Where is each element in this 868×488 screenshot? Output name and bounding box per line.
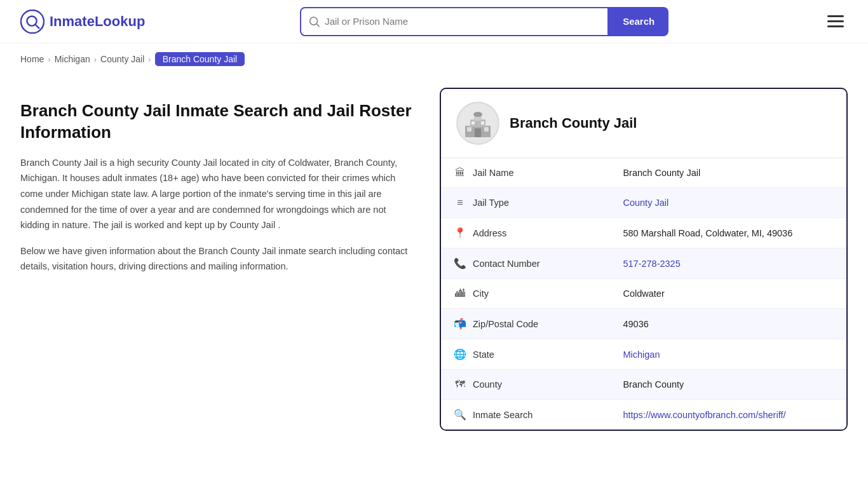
table-row: 🏙CityColdwater xyxy=(441,279,846,309)
row-label: Contact Number xyxy=(473,259,540,269)
row-icon: 📬 xyxy=(454,318,466,330)
menu-icon[interactable] xyxy=(824,11,848,31)
table-row: 📍Address580 Marshall Road, Coldwater, MI… xyxy=(441,218,846,248)
card-header: Branch County Jail xyxy=(441,89,846,158)
search-icon xyxy=(309,16,320,27)
logo-icon xyxy=(20,10,44,34)
row-label: City xyxy=(473,288,489,299)
table-row: 🗺CountyBranch County xyxy=(441,370,846,400)
breadcrumb-county-jail[interactable]: County Jail xyxy=(100,54,144,64)
jail-building-image xyxy=(458,103,498,144)
row-link[interactable]: Michigan xyxy=(623,349,660,360)
row-icon: 🏙 xyxy=(454,288,466,299)
page-description-2: Below we have given information about th… xyxy=(20,243,414,274)
breadcrumb-current: Branch County Jail xyxy=(155,52,245,66)
row-label: Address xyxy=(473,228,506,238)
svg-rect-13 xyxy=(471,121,475,125)
table-row: ≡Jail TypeCounty Jail xyxy=(441,188,846,218)
header: InmateLookup Search xyxy=(0,0,868,43)
breadcrumb-michigan[interactable]: Michigan xyxy=(55,54,90,64)
avatar xyxy=(456,102,499,145)
row-value: 49036 xyxy=(610,309,846,339)
chevron-icon: › xyxy=(94,55,97,64)
table-row: 📬Zip/Postal Code49036 xyxy=(441,309,846,339)
svg-line-4 xyxy=(317,24,320,26)
page-description-1: Branch County Jail is a high security Co… xyxy=(20,155,414,233)
svg-point-9 xyxy=(473,112,482,117)
search-input-wrap xyxy=(300,7,609,36)
row-icon: 🏛 xyxy=(454,167,466,179)
search-bar: Search xyxy=(300,7,668,36)
table-row: 🌐StateMichigan xyxy=(441,339,846,370)
row-value: Branch County xyxy=(610,370,846,400)
svg-rect-11 xyxy=(467,127,471,132)
row-icon: 📞 xyxy=(454,257,466,269)
row-value: Coldwater xyxy=(610,279,846,309)
svg-point-0 xyxy=(21,10,44,32)
row-link[interactable]: County Jail xyxy=(623,198,668,208)
row-value[interactable]: https://www.countyofbranch.com/sheriff/ xyxy=(610,400,846,430)
table-row: 📞Contact Number517-278-2325 xyxy=(441,248,846,279)
row-label: Jail Name xyxy=(473,168,513,178)
row-value[interactable]: Michigan xyxy=(610,339,846,370)
row-label: Jail Type xyxy=(473,198,509,208)
row-label: County xyxy=(473,379,502,390)
info-table: 🏛Jail NameBranch County Jail≡Jail TypeCo… xyxy=(441,158,846,430)
logo-text: InmateLookup xyxy=(50,13,145,30)
search-button[interactable]: Search xyxy=(609,7,668,36)
main-layout: Branch County Jail Inmate Search and Jai… xyxy=(0,75,868,456)
left-content: Branch County Jail Inmate Search and Jai… xyxy=(20,75,440,285)
breadcrumb-home[interactable]: Home xyxy=(20,54,44,64)
breadcrumb: Home › Michigan › County Jail › Branch C… xyxy=(0,43,868,75)
row-link[interactable]: 517-278-2325 xyxy=(623,259,680,269)
svg-rect-14 xyxy=(481,121,484,125)
info-card: Branch County Jail 🏛Jail NameBranch Coun… xyxy=(440,88,848,431)
row-icon: 📍 xyxy=(454,227,466,239)
table-row: 🔍Inmate Searchhttps://www.countyofbranch… xyxy=(441,400,846,430)
row-label: Zip/Postal Code xyxy=(473,319,538,329)
row-value: 580 Marshall Road, Coldwater, MI, 49036 xyxy=(610,218,846,248)
svg-rect-12 xyxy=(484,127,489,132)
row-link[interactable]: https://www.countyofbranch.com/sheriff/ xyxy=(623,410,785,420)
search-input[interactable] xyxy=(325,16,600,27)
row-value: Branch County Jail xyxy=(610,158,846,188)
page-title: Branch County Jail Inmate Search and Jai… xyxy=(20,100,414,144)
row-icon: 🔍 xyxy=(454,409,466,421)
svg-rect-10 xyxy=(475,128,481,137)
row-icon: 🗺 xyxy=(454,379,466,390)
row-label: State xyxy=(473,349,494,360)
chevron-icon: › xyxy=(148,55,151,64)
row-label: Inmate Search xyxy=(473,410,532,420)
chevron-icon: › xyxy=(48,55,50,64)
card-title: Branch County Jail xyxy=(510,115,637,132)
row-value[interactable]: County Jail xyxy=(610,188,846,218)
logo[interactable]: InmateLookup xyxy=(20,10,145,34)
table-row: 🏛Jail NameBranch County Jail xyxy=(441,158,846,188)
row-value[interactable]: 517-278-2325 xyxy=(610,248,846,279)
row-icon: ≡ xyxy=(454,197,466,208)
row-icon: 🌐 xyxy=(454,348,466,360)
